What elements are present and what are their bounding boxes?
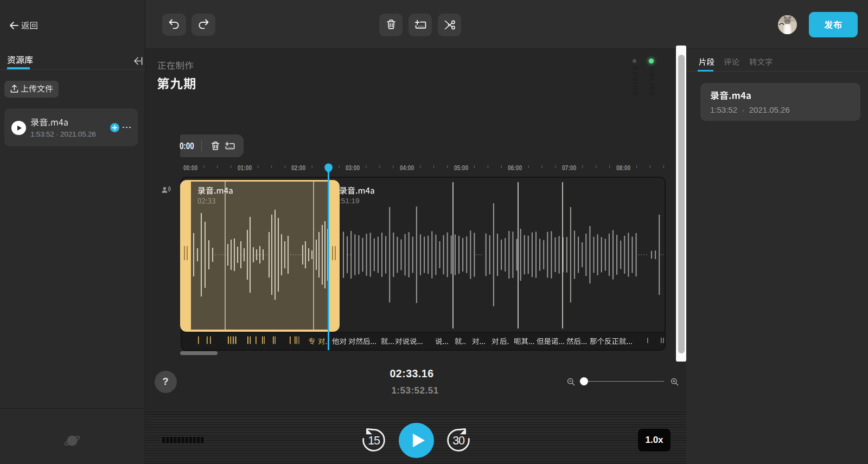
svg-text:15: 15: [368, 434, 380, 447]
svg-text:30: 30: [452, 434, 465, 447]
